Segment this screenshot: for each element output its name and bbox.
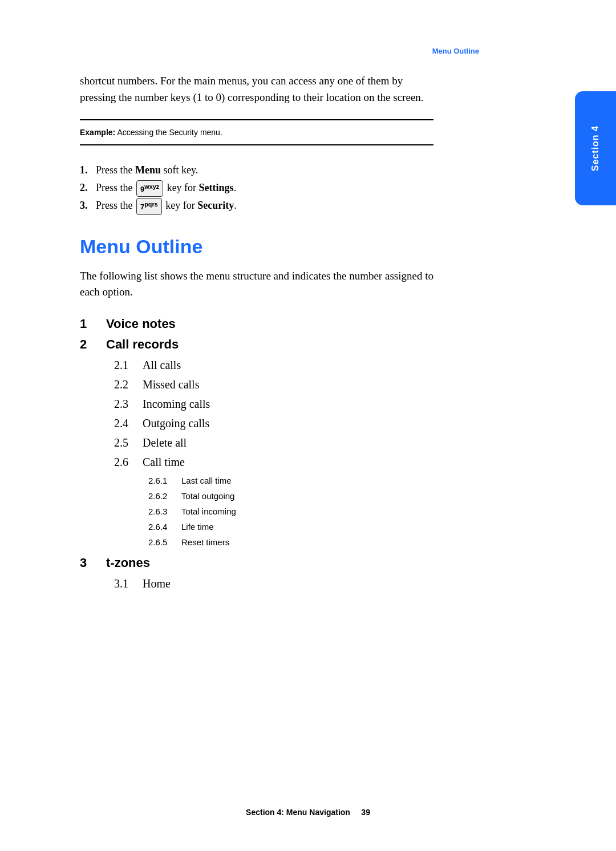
menu-item-2-6-5-num: 2.6.5 — [148, 534, 173, 550]
menu-item-2-2-label: Missed calls — [143, 375, 199, 394]
menu-item-3-1-label: Home — [143, 574, 171, 593]
menu-level2-2: 2.1 All calls 2.2 Missed calls 2.3 Incom… — [114, 355, 433, 550]
menu-item-2-3-label: Incoming calls — [143, 394, 210, 414]
step-3-num: 3. — [80, 197, 88, 214]
step-3-bold: Security — [197, 200, 234, 211]
menu-item-2-2-num: 2.2 — [114, 375, 135, 394]
menu-item-2-6-2: 2.6.2 Total outgoing — [148, 488, 433, 504]
menu-item-2-6-num: 2.6 — [114, 452, 135, 472]
menu-item-2-4: 2.4 Outgoing calls — [114, 414, 433, 433]
step-1-bold: Menu — [135, 164, 161, 176]
menu-item-3-num: 3 — [80, 556, 97, 570]
example-label: Example: — [80, 128, 115, 137]
menu-item-1: 1 Voice notes — [80, 317, 433, 331]
menu-item-2-6-1: 2.6.1 Last call time — [148, 473, 433, 488]
menu-item-2-1: 2.1 All calls — [114, 355, 433, 375]
menu-item-2-1-num: 2.1 — [114, 355, 135, 375]
menu-item-2-6-4-num: 2.6.4 — [148, 519, 173, 534]
menu-outline: 1 Voice notes 2 Call records 2.1 All cal… — [80, 317, 433, 593]
step-1: 1. Press the Menu soft key. — [80, 161, 433, 179]
menu-item-2-3-num: 2.3 — [114, 394, 135, 414]
menu-item-2-label: Call records — [106, 337, 179, 352]
steps-list: 1. Press the Menu soft key. 2. Press the… — [80, 161, 433, 215]
section-title: Menu Outline — [80, 236, 548, 258]
step-2-num: 2. — [80, 179, 88, 197]
menu-item-2-6-5: 2.6.5 Reset timers — [148, 534, 433, 550]
example-text: Example: Accessing the Security menu. — [80, 128, 222, 137]
menu-item-3: 3 t-zones 3.1 Home — [80, 556, 433, 593]
menu-item-1-num: 1 — [80, 317, 97, 331]
page-header-title: Menu Outline — [432, 47, 479, 55]
menu-item-2-4-num: 2.4 — [114, 414, 135, 433]
menu-item-2-5-label: Delete all — [143, 433, 187, 452]
menu-item-2-6-5-label: Reset timers — [181, 534, 229, 550]
intro-paragraph: shortcut numbers. For the main menus, yo… — [80, 73, 433, 106]
menu-item-2-6-2-label: Total outgoing — [181, 488, 234, 504]
section-tab: Section 4 — [575, 91, 616, 205]
step-2: 2. Press the 9wxyz key for Settings. — [80, 179, 433, 197]
key-9-badge: 9wxyz — [136, 180, 163, 197]
menu-level3-2-6: 2.6.1 Last call time 2.6.2 Total outgoin… — [148, 473, 433, 550]
menu-item-3-label: t-zones — [106, 556, 150, 570]
menu-item-2-2: 2.2 Missed calls — [114, 375, 433, 394]
menu-item-2-6-4: 2.6.4 Life time — [148, 519, 433, 534]
menu-item-3-1: 3.1 Home — [114, 574, 433, 593]
menu-item-2-6-3-label: Total incoming — [181, 504, 236, 519]
menu-item-2-6-1-label: Last call time — [181, 473, 232, 488]
example-description: Accessing the Security menu. — [117, 128, 222, 137]
step-3: 3. Press the 7pqrs key for Security. — [80, 197, 433, 215]
menu-item-2-1-label: All calls — [143, 355, 181, 375]
menu-item-3-1-num: 3.1 — [114, 574, 135, 593]
section-tab-label: Section 4 — [590, 125, 601, 171]
menu-item-2-num: 2 — [80, 337, 97, 352]
menu-item-2-6-4-label: Life time — [181, 519, 214, 534]
menu-item-2-6-3: 2.6.3 Total incoming — [148, 504, 433, 519]
key-7-badge: 7pqrs — [136, 198, 162, 214]
menu-item-2-6-label: Call time — [143, 452, 185, 472]
menu-item-2-4-label: Outgoing calls — [143, 414, 209, 433]
menu-item-2-5-num: 2.5 — [114, 433, 135, 452]
footer-text: Section 4: Menu Navigation — [246, 808, 350, 817]
menu-item-2: 2 Call records 2.1 All calls 2.2 Missed … — [80, 337, 433, 550]
menu-item-1-label: Voice notes — [106, 317, 176, 331]
page-header: Menu Outline — [80, 46, 548, 56]
menu-item-2-3: 2.3 Incoming calls — [114, 394, 433, 414]
example-box: Example: Accessing the Security menu. — [80, 119, 433, 145]
menu-item-2-6-1-num: 2.6.1 — [148, 473, 173, 488]
body-text: The following list shows the menu struct… — [80, 268, 433, 301]
step-1-num: 1. — [80, 161, 88, 179]
menu-level2-3: 3.1 Home — [114, 574, 433, 593]
footer-page: 39 — [361, 808, 370, 817]
menu-item-2-6: 2.6 Call time — [114, 452, 433, 472]
step-2-bold: Settings — [199, 182, 234, 193]
menu-item-2-6-3-num: 2.6.3 — [148, 504, 173, 519]
menu-item-2-6-2-num: 2.6.2 — [148, 488, 173, 504]
page: Section 4 Menu Outline shortcut numbers.… — [0, 0, 616, 851]
menu-item-2-5: 2.5 Delete all — [114, 433, 433, 452]
page-footer: Section 4: Menu Navigation 39 — [0, 808, 616, 817]
